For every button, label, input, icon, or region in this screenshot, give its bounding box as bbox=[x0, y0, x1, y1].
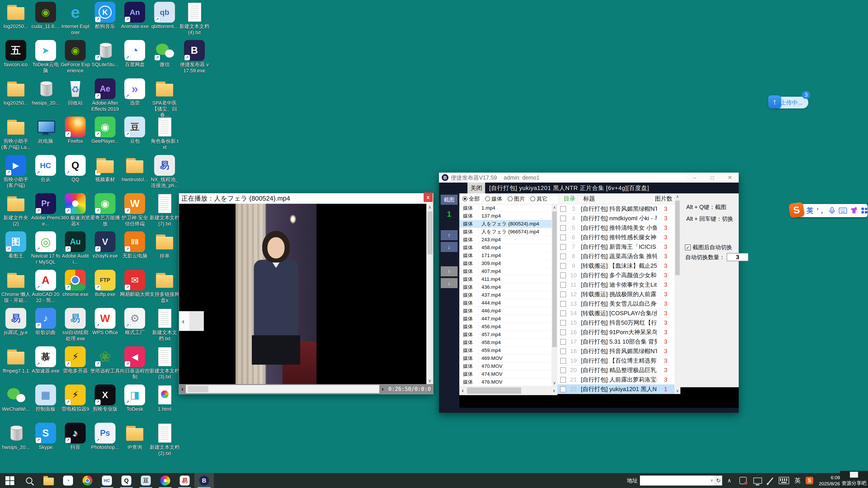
desktop-icon[interactable]: 易ssl自动续期处理.exe bbox=[60, 308, 90, 342]
desktop-icon[interactable]: K↗酷狗音乐 bbox=[90, 2, 120, 30]
filter-radio[interactable]: 图片 bbox=[508, 195, 525, 202]
desktop-icon[interactable]: log20250... bbox=[1, 2, 31, 30]
seek-left-arrow-icon[interactable]: ‹ bbox=[179, 385, 186, 393]
row-checkbox[interactable] bbox=[560, 234, 566, 240]
switch-count-input[interactable] bbox=[727, 253, 748, 261]
desktop-icon[interactable]: W↗护卫神·安全信任终端 bbox=[120, 193, 150, 227]
tray-vpn-icon[interactable] bbox=[739, 477, 747, 484]
desktop-icon[interactable]: 易NX_线程池_连接池_ph... bbox=[150, 155, 180, 189]
desktop-icon[interactable]: ◉↗爱奇艺万能播放 bbox=[90, 193, 120, 227]
desktop-icon[interactable]: WeChatWi... bbox=[1, 385, 31, 412]
media-vertical-scrollbar[interactable]: ∧ ∨ bbox=[552, 204, 557, 386]
tray-sogou-icon[interactable]: S bbox=[806, 477, 813, 484]
media-row[interactable]: 媒体 458.mp4 bbox=[459, 339, 552, 347]
media-row[interactable]: 媒体 411.mp4 bbox=[459, 275, 552, 283]
page-up-button[interactable]: ↑ bbox=[441, 266, 458, 276]
desktop-icon[interactable]: X↗剪映专业版 bbox=[90, 385, 120, 412]
taskbar-clock[interactable]: 6:09 2025/8/26 bbox=[817, 475, 840, 487]
sogou-logo-icon[interactable]: S bbox=[788, 202, 805, 218]
ime-punctuation-toggle[interactable]: ’， bbox=[817, 206, 825, 215]
taskbar-icon-start[interactable] bbox=[0, 473, 20, 488]
row-checkbox[interactable] bbox=[560, 225, 566, 231]
row-checkbox[interactable] bbox=[560, 348, 566, 354]
desktop-icon[interactable]: IP查询 bbox=[120, 423, 150, 451]
desktop-icon[interactable]: W↗WPS Office bbox=[90, 308, 120, 336]
desktop-icon[interactable]: ◉↗GeePlayer... bbox=[90, 117, 120, 144]
media-row[interactable]: 媒体 407.mp4 bbox=[459, 267, 552, 275]
media-row[interactable]: 媒体 137.mp4 bbox=[459, 212, 552, 220]
desktop-icon[interactable]: ⚙↗格式工厂 bbox=[120, 308, 150, 336]
desktop-icon[interactable]: ✉↗网易邮箱大师 bbox=[120, 270, 150, 297]
resource-row[interactable]: 6 [自行打包] 推特性感长腿女神【小鱼 3 bbox=[557, 233, 675, 242]
move-down-button[interactable]: ↓ bbox=[441, 242, 458, 252]
row-checkbox[interactable] bbox=[560, 216, 566, 221]
desktop-icon[interactable]: B↗便捷发布器 v17.59.exe bbox=[180, 40, 209, 74]
row-checkbox[interactable] bbox=[560, 244, 566, 250]
desktop-icon[interactable]: 掉单 bbox=[150, 231, 180, 259]
media-row[interactable]: 媒体 474.MOV bbox=[459, 370, 552, 378]
active-tab-label[interactable]: [自行打包] yukiya1201 黑人NTR 正片合集 [6v+4g][百度盘… bbox=[489, 184, 649, 192]
ime-mode-toggle[interactable]: 英 bbox=[807, 206, 813, 215]
desktop-icon[interactable]: Au↗Adobe Auditi... bbox=[60, 231, 90, 265]
media-row[interactable]: 媒体 436.mp4 bbox=[459, 283, 552, 291]
refresh-button[interactable]: ↻ bbox=[715, 476, 722, 486]
player-vertical-scrollbar[interactable]: ∧ ∨ bbox=[426, 204, 433, 384]
row-checkbox[interactable] bbox=[560, 263, 566, 269]
desktop-icon[interactable]: 新建文本文档 (3).txt bbox=[150, 346, 180, 380]
minimize-button[interactable]: – bbox=[686, 173, 704, 182]
desktop-icon[interactable]: ❀↗堡塔远程工具 bbox=[90, 346, 120, 374]
desktop-icon[interactable]: ♪↗抖音 bbox=[60, 423, 90, 451]
media-row[interactable]: 媒体 人をフェラ (800524).mp4 bbox=[459, 220, 552, 228]
resource-row[interactable]: 8 [自行打包] 蔬菜高汤合集 推特约啪大 3 bbox=[557, 252, 675, 261]
row-checkbox[interactable] bbox=[560, 206, 566, 212]
resource-row[interactable]: 16 [自行打包] 91Porn大神呆呆鸟82部 3 bbox=[557, 328, 675, 337]
resource-row[interactable]: 18 [自行打包] 抖音风媚黑绿帽NTR剪辑 3 bbox=[557, 347, 675, 356]
taskbar-icon-doubao[interactable]: 豆 bbox=[136, 473, 156, 488]
desktop-icon[interactable]: qb↗qbittorrent... bbox=[150, 2, 180, 30]
desktop-icon[interactable]: 此电脑 bbox=[31, 117, 61, 144]
desktop-icon[interactable]: 新建文件夹 (2) bbox=[1, 193, 31, 227]
media-row[interactable]: 媒体 243.mp4 bbox=[459, 236, 552, 244]
desktop-icon[interactable]: log20250... bbox=[1, 78, 31, 106]
media-row[interactable]: 媒体 人をフェラ (966574).mp4 bbox=[459, 228, 552, 236]
desktop-icon[interactable]: ◉cuda_11.6.... bbox=[31, 2, 61, 30]
scroll-down-arrow-icon[interactable]: ∨ bbox=[675, 388, 680, 394]
list-vertical-scrollbar[interactable]: ∧ ∨ bbox=[675, 193, 680, 394]
desktop-icon[interactable]: 新建文本文档 (2).txt bbox=[150, 423, 180, 457]
player-seek-track[interactable] bbox=[186, 385, 379, 393]
desktop-icon[interactable]: ↗SQLiteStu... bbox=[90, 40, 120, 68]
desktop-icon[interactable]: ↗Firefox bbox=[60, 117, 90, 144]
row-checkbox[interactable] bbox=[560, 329, 566, 335]
desktop-icon[interactable]: SPA老中医【骚宝、回春... bbox=[150, 78, 180, 118]
filter-radio[interactable]: 媒体 bbox=[485, 195, 502, 202]
player-drawer-handle[interactable]: ‹ bbox=[179, 311, 204, 331]
resource-row[interactable]: 9 [转载搬运] 【蠢沫沫】截止25年7月 3 bbox=[557, 261, 675, 271]
media-row[interactable]: 媒体 476.MOV bbox=[459, 378, 552, 386]
desktop-icon[interactable]: hwstrustcl... bbox=[120, 155, 150, 183]
page-down-button[interactable]: ↓ bbox=[441, 278, 458, 288]
desktop-icon[interactable]: 新建文本文档 (7).txt bbox=[150, 193, 180, 227]
row-checkbox[interactable] bbox=[560, 320, 566, 326]
scrollbar-thumb[interactable] bbox=[675, 201, 680, 275]
row-checkbox[interactable] bbox=[560, 377, 566, 383]
desktop-icon[interactable]: 五favicon.ico bbox=[1, 40, 31, 68]
media-row[interactable]: 媒体 469.MOV bbox=[459, 355, 552, 362]
row-checkbox[interactable] bbox=[560, 386, 566, 392]
taskbar-icon-search[interactable] bbox=[20, 473, 39, 488]
desktop-icon[interactable]: Chrome 懒人版 - 开箱... bbox=[1, 270, 31, 304]
desktop-icon[interactable]: 1.html bbox=[150, 385, 180, 412]
desktop-icon[interactable]: eInternet Explorer bbox=[60, 2, 90, 36]
tray-pen-icon[interactable] bbox=[768, 477, 774, 484]
resource-row[interactable]: 4 [自行打包] nmdkiyoml 小ki - 与男友 3 bbox=[557, 214, 675, 223]
taskbar-icon-baidu-netdisk[interactable]: ◔ bbox=[58, 473, 78, 488]
taskbar-icon-yi-lang[interactable]: 易 bbox=[175, 473, 194, 488]
resource-row[interactable]: 15 [自行打包] 抖音50万网红【行简】大 3 bbox=[557, 318, 675, 328]
row-checkbox[interactable] bbox=[560, 358, 566, 364]
scroll-right-arrow-icon[interactable]: › bbox=[551, 387, 557, 394]
resource-row[interactable]: 22 [自行打包] yukiya1201 黑人NTR 正 1 bbox=[557, 385, 675, 394]
resource-row[interactable]: 10 [自行打包] 多个高颜值少女和金主1v 3 bbox=[557, 271, 675, 280]
desktop-icon[interactable]: ➤ToDesk云电脑 bbox=[31, 40, 61, 74]
media-row[interactable]: 媒体 1.mp4 bbox=[459, 204, 552, 212]
resource-row[interactable]: 17 [自行打包] 5.31 10部合集 背男友第 3 bbox=[557, 337, 675, 347]
skin-tshirt-icon[interactable] bbox=[850, 207, 858, 214]
